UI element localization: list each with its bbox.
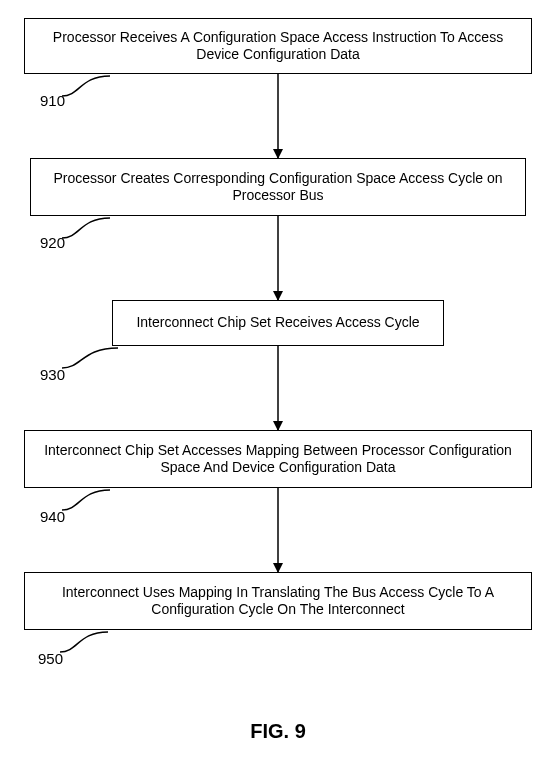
ref-curve-930 bbox=[62, 346, 122, 372]
ref-curve-920 bbox=[62, 216, 114, 242]
step-text-950: Interconnect Uses Mapping In Translating… bbox=[35, 584, 521, 619]
step-box-950: Interconnect Uses Mapping In Translating… bbox=[24, 572, 532, 630]
ref-curve-940 bbox=[62, 488, 114, 514]
step-text-930: Interconnect Chip Set Receives Access Cy… bbox=[136, 314, 419, 332]
flowchart-canvas: Processor Receives A Configuration Space… bbox=[0, 0, 556, 776]
ref-curve-950 bbox=[60, 630, 112, 656]
ref-label-910: 910 bbox=[40, 92, 65, 109]
connector-arrows bbox=[0, 0, 556, 776]
ref-label-950: 950 bbox=[38, 650, 63, 667]
ref-label-930: 930 bbox=[40, 366, 65, 383]
step-box-940: Interconnect Chip Set Accesses Mapping B… bbox=[24, 430, 532, 488]
ref-label-940: 940 bbox=[40, 508, 65, 525]
step-text-920: Processor Creates Corresponding Configur… bbox=[41, 170, 515, 205]
step-text-940: Interconnect Chip Set Accesses Mapping B… bbox=[35, 442, 521, 477]
ref-curve-910 bbox=[62, 74, 114, 100]
step-box-910: Processor Receives A Configuration Space… bbox=[24, 18, 532, 74]
step-text-910: Processor Receives A Configuration Space… bbox=[35, 29, 521, 64]
figure-label: FIG. 9 bbox=[0, 720, 556, 743]
step-box-930: Interconnect Chip Set Receives Access Cy… bbox=[112, 300, 444, 346]
step-box-920: Processor Creates Corresponding Configur… bbox=[30, 158, 526, 216]
ref-label-920: 920 bbox=[40, 234, 65, 251]
